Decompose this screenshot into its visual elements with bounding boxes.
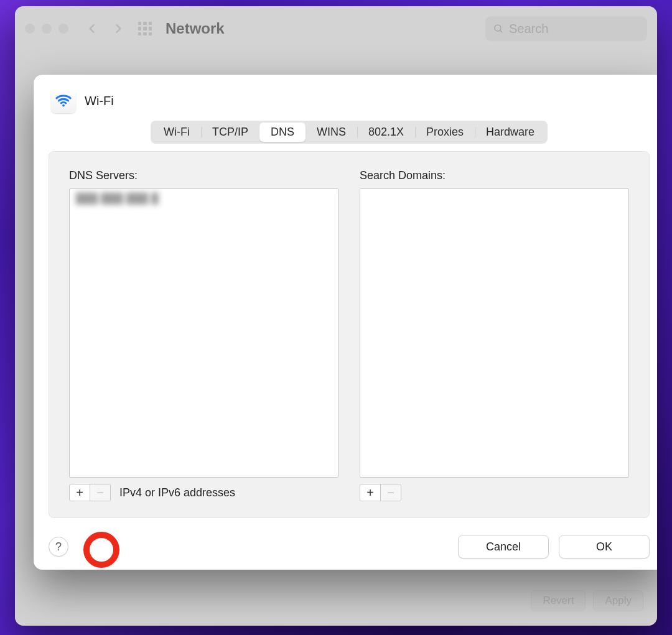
- minus-icon: −: [387, 486, 394, 499]
- add-search-domain-button[interactable]: +: [360, 484, 380, 501]
- sheet-header: Wi-Fi: [34, 75, 657, 118]
- tab-wins[interactable]: WINS: [306, 123, 357, 142]
- tab-tcpip[interactable]: TCP/IP: [201, 123, 259, 142]
- dns-servers-column: DNS Servers: ███ ███ ███ █ + −: [69, 169, 338, 501]
- cancel-button[interactable]: Cancel: [458, 535, 549, 559]
- add-dns-server-button[interactable]: +: [70, 484, 90, 501]
- desktop-background: Network Search Revert Apply: [0, 0, 672, 635]
- tab-proxies[interactable]: Proxies: [415, 123, 475, 142]
- dns-servers-label: DNS Servers:: [69, 169, 338, 182]
- remove-dns-server-button[interactable]: −: [90, 484, 110, 501]
- remove-search-domain-button[interactable]: −: [380, 484, 401, 501]
- ok-button[interactable]: OK: [559, 535, 650, 559]
- tab-wifi[interactable]: Wi-Fi: [152, 123, 201, 142]
- minus-icon: −: [96, 486, 104, 499]
- tab-dns[interactable]: DNS: [259, 123, 306, 142]
- preferences-window: Network Search Revert Apply: [15, 6, 657, 626]
- list-item[interactable]: ███ ███ ███ █: [70, 189, 338, 208]
- tab-hardware[interactable]: Hardware: [475, 123, 546, 142]
- dns-group: DNS Servers: ███ ███ ███ █ + −: [49, 151, 650, 518]
- sheet-title: Wi-Fi: [85, 94, 114, 108]
- plus-icon: +: [76, 486, 83, 499]
- search-domains-column: Search Domains: + −: [360, 169, 629, 501]
- help-button[interactable]: ?: [49, 537, 68, 557]
- svg-point-2: [62, 104, 65, 107]
- dns-servers-list[interactable]: ███ ███ ███ █: [69, 188, 338, 478]
- dns-settings-sheet: Wi-Fi Wi-Fi TCP/IP DNS WINS 802.1X Proxi…: [34, 75, 657, 570]
- dns-servers-add-remove: + −: [69, 484, 111, 501]
- search-domains-label: Search Domains:: [360, 169, 629, 182]
- wifi-icon: [51, 88, 76, 113]
- dns-servers-hint: IPv4 or IPv6 addresses: [119, 486, 235, 499]
- search-domains-list[interactable]: [360, 188, 629, 478]
- tab-bar: Wi-Fi TCP/IP DNS WINS 802.1X Proxies Har…: [34, 121, 657, 144]
- tab-8021x[interactable]: 802.1X: [357, 123, 415, 142]
- sheet-footer: ? Cancel OK: [49, 535, 650, 559]
- plus-icon: +: [366, 486, 374, 499]
- search-domains-add-remove: + −: [360, 484, 401, 501]
